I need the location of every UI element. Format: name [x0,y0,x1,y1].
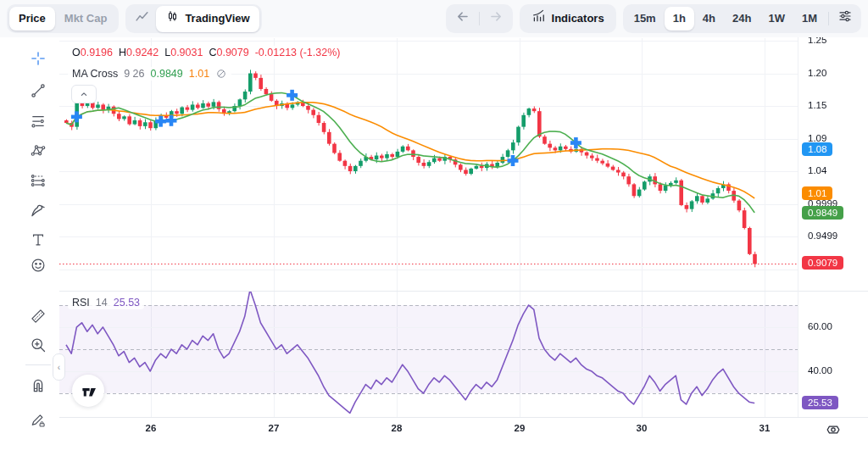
price-axis-label: 1.04 [808,165,826,175]
rsi-period: 14 [96,297,108,309]
chart-settings-button[interactable] [832,5,859,32]
indicators-button[interactable]: Indicators [522,5,614,32]
divider [828,12,829,25]
chart-type-switch: TradingView [125,4,261,33]
tool-long-position[interactable] [23,166,53,195]
long-position-icon [30,172,47,189]
ohlc-high: H0.9242 [119,47,159,58]
tab-tradingview[interactable]: TradingView [156,6,259,32]
tool-ruler[interactable] [23,302,53,331]
ohlc-close: C0.9079 [209,47,248,58]
timeframe-24h[interactable]: 24h [724,7,760,31]
price-badge-0.9079: 0.9079 [802,256,843,270]
time-axis-label-26: 26 [146,423,157,433]
rsi-axis-label: 40.00 [808,365,832,375]
arrow-right-icon [488,8,504,30]
price-mktcap-switch: Price Mkt Cap [7,4,119,33]
time-axis-label-28: 28 [392,423,403,433]
ruler-icon [30,308,47,325]
hide-indicator-icon[interactable] [215,68,227,80]
timeframe-4h[interactable]: 4h [694,7,724,31]
tool-drawing-lock[interactable] [23,405,53,434]
rsi-value: 25.53 [114,297,140,309]
zoom-in-icon [30,336,47,353]
price-badge-1.01: 1.01 [802,186,832,200]
indicators-label: Indicators [552,10,604,27]
price-badge-1.08: 1.08 [802,142,832,156]
tool-crosshair[interactable] [23,44,53,73]
drawing-lock-icon [30,411,47,428]
arrow-left-icon [454,8,470,30]
timeframe-1h[interactable]: 1h [665,7,694,31]
tool-zoom-in[interactable] [23,331,53,359]
timeframe-15m[interactable]: 15m [626,7,665,31]
indicators-icon [531,8,547,29]
settings-gear-icon[interactable] [823,420,843,439]
tool-xabcd-pattern[interactable] [23,136,53,165]
ma-cross-title: MA Cross [72,68,118,80]
time-axis-label-27: 27 [269,423,280,433]
xabcd-pattern-icon [30,142,47,159]
line-chart-icon [134,8,150,30]
tool-magnet[interactable] [23,371,53,400]
toolbar-right-cluster: Indicators 15m1h4h24h1W1M [446,4,861,33]
fib-retracement-icon [30,113,47,130]
trading-chart-widget: Price Mkt Cap TradingView Indicators 15m… [0,0,868,456]
tool-brush[interactable] [23,196,53,225]
text-icon [30,231,47,248]
rsi-legend: RSI 14 25.53 [68,296,144,309]
time-axis-label-30: 30 [637,423,648,433]
ohlc-legend: O0.9196 H0.9242 L0.9031 C0.9079 -0.01213… [68,46,344,59]
toolbar-left-cluster: Price Mkt Cap TradingView [7,4,262,33]
tool-emoji[interactable] [23,251,53,280]
collapse-legend-button[interactable] [71,85,97,103]
price-axis-label: 1.20 [808,68,826,78]
timeframe-group: 15m1h4h24h1W1M [623,4,861,33]
brush-icon [30,202,47,219]
rsi-axis-label: 60.00 [808,321,832,331]
ohlc-low: L0.9031 [164,47,203,58]
top-toolbar: Price Mkt Cap TradingView Indicators 15m… [0,0,868,37]
sliders-icon [837,8,853,29]
undo-button[interactable] [448,5,476,33]
timeframe-1W[interactable]: 1W [760,7,793,31]
ma-cross-params: 9 26 [124,68,144,80]
rsi-badge: 25.53 [802,396,838,409]
ma-fast-value: 0.9849 [151,68,183,80]
rail-divider [25,364,51,365]
history-nav-group [446,4,513,33]
candlestick-icon [165,9,180,29]
collapse-rail-handle[interactable]: ‹ [53,353,65,381]
crosshair-icon [30,50,47,67]
indicators-group: Indicators [520,4,616,33]
time-axis-label-29: 29 [515,423,526,433]
divider [479,12,480,25]
trend-line-icon [30,82,47,99]
emoji-icon [30,257,47,274]
ohlc-open: O0.9196 [72,47,113,58]
ma-cross-legend: MA Cross 9 26 0.9849 1.01 [68,67,231,81]
tab-price[interactable]: Price [9,7,55,31]
price-axis-label: 1.15 [808,100,826,110]
ohlc-change: -0.01213 (-1.32%) [255,47,341,58]
tool-fib-retracement[interactable] [23,107,53,136]
tool-text[interactable] [23,225,53,254]
redo-button[interactable] [482,5,510,33]
price-badge-0.9849: 0.9849 [802,206,843,220]
ma-slow-value: 1.01 [189,68,209,80]
tool-trend-line[interactable] [23,76,53,105]
rsi-title: RSI [72,297,90,309]
time-axis-label-31: 31 [760,423,771,433]
tab-mkt-cap[interactable]: Mkt Cap [55,7,117,31]
tradingview-logo[interactable] [72,375,104,407]
magnet-icon [30,377,47,394]
timeframe-1M[interactable]: 1M [793,7,826,31]
tradingview-label: TradingView [185,10,249,27]
price-axis-label: 1.09 [808,133,826,143]
price-axis-label: 0.9499 [808,231,837,241]
line-chart-button[interactable] [128,5,156,33]
